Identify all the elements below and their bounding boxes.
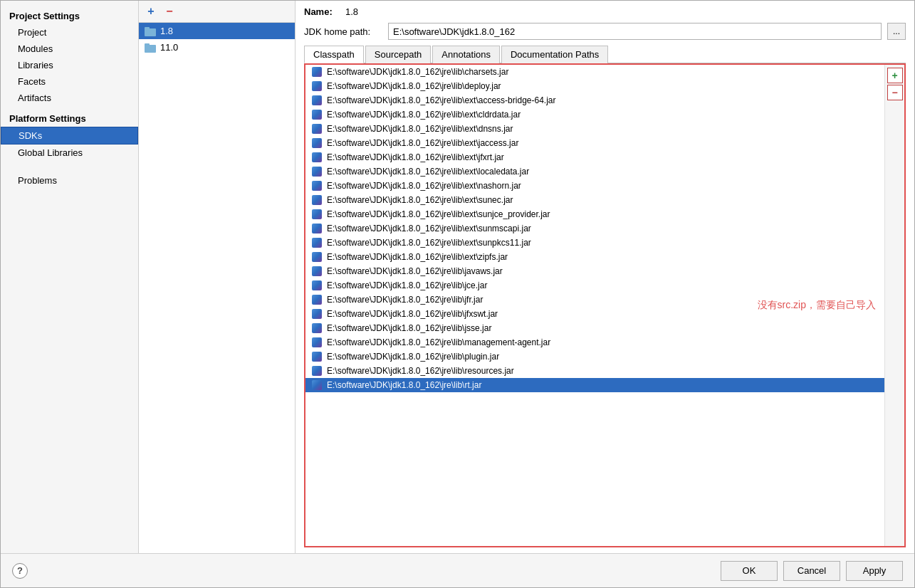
jar-icon	[311, 123, 323, 135]
sidebar-item-artifacts[interactable]: Artifacts	[1, 90, 138, 106]
sidebar: Project Settings Project Modules Librari…	[1, 1, 139, 553]
classpath-item-text: E:\software\JDK\jdk1.8.0_162\jre\lib\plu…	[327, 352, 499, 362]
project-settings-section-title: Project Settings	[1, 6, 138, 24]
jdk-path-row: JDK home path: ...	[304, 23, 906, 40]
sdk-panel: + − 1.8	[139, 1, 914, 553]
classpath-item-text: E:\software\JDK\jdk1.8.0_162\jre\lib\man…	[327, 337, 550, 347]
classpath-item-text: E:\software\JDK\jdk1.8.0_162\jre\lib\ext…	[327, 167, 529, 177]
classpath-item-text: E:\software\JDK\jdk1.8.0_162\jre\lib\ext…	[327, 252, 508, 262]
classpath-item[interactable]: E:\software\JDK\jdk1.8.0_162\jre\lib\res…	[305, 364, 884, 378]
add-classpath-button[interactable]: +	[887, 68, 903, 83]
sidebar-item-sdks[interactable]: SDKs	[1, 127, 138, 145]
classpath-item[interactable]: E:\software\JDK\jdk1.8.0_162\jre\lib\dep…	[305, 79, 884, 93]
name-row: Name: 1.8	[304, 6, 906, 17]
classpath-item-text: E:\software\JDK\jdk1.8.0_162\jre\lib\res…	[327, 366, 514, 376]
sdk-list-toolbar: + −	[139, 1, 295, 23]
sdk-list-container: + − 1.8	[139, 1, 296, 553]
classpath-item-text: E:\software\JDK\jdk1.8.0_162\jre\lib\cha…	[327, 67, 508, 77]
jar-icon	[311, 80, 323, 92]
cancel-button[interactable]: Cancel	[783, 561, 840, 581]
bottom-bar: ? OK Cancel Apply	[1, 553, 914, 587]
sidebar-item-facets[interactable]: Facets	[1, 73, 138, 90]
classpath-item[interactable]: E:\software\JDK\jdk1.8.0_162\jre\lib\ext…	[305, 164, 884, 179]
classpath-item-text: E:\software\JDK\jdk1.8.0_162\jre\lib\jav…	[327, 266, 503, 276]
jar-icon	[311, 237, 323, 248]
classpath-item-text: E:\software\JDK\jdk1.8.0_162\jre\lib\jfx…	[327, 309, 498, 319]
classpath-item[interactable]: E:\software\JDK\jdk1.8.0_162\jre\lib\ext…	[305, 93, 884, 107]
jar-icon	[311, 251, 323, 263]
sdk-list: 1.8 11.0	[139, 23, 295, 553]
classpath-item[interactable]: E:\software\JDK\jdk1.8.0_162\jre\lib\ext…	[305, 136, 884, 150]
classpath-item-text: E:\software\JDK\jdk1.8.0_162\jre\lib\jss…	[327, 323, 491, 333]
remove-classpath-button[interactable]: −	[887, 85, 903, 100]
classpath-side-toolbar: + −	[884, 65, 904, 546]
jar-icon	[311, 379, 323, 391]
sdk-label-1-8: 1.8	[160, 26, 173, 36]
jar-icon	[311, 337, 323, 348]
classpath-item[interactable]: E:\software\JDK\jdk1.8.0_162\jre\lib\ext…	[305, 250, 884, 264]
classpath-item[interactable]: E:\software\JDK\jdk1.8.0_162\jre\lib\jav…	[305, 264, 884, 278]
apply-button[interactable]: Apply	[846, 561, 903, 581]
classpath-item[interactable]: E:\software\JDK\jdk1.8.0_162\jre\lib\ext…	[305, 122, 884, 136]
classpath-item[interactable]: E:\software\JDK\jdk1.8.0_162\jre\lib\ext…	[305, 107, 884, 122]
name-value: 1.8	[345, 6, 358, 17]
classpath-item[interactable]: E:\software\JDK\jdk1.8.0_162\jre\lib\jce…	[305, 278, 884, 293]
tab-sourcepath[interactable]: Sourcepath	[365, 46, 432, 63]
ok-button[interactable]: OK	[721, 561, 778, 581]
help-button[interactable]: ?	[12, 563, 28, 579]
classpath-item[interactable]: E:\software\JDK\jdk1.8.0_162\jre\lib\jfr…	[305, 293, 884, 307]
classpath-item[interactable]: E:\software\JDK\jdk1.8.0_162\jre\lib\ext…	[305, 207, 884, 221]
sdk-list-item-11-0[interactable]: 11.0	[139, 39, 295, 56]
jar-icon	[311, 137, 323, 149]
classpath-item[interactable]: E:\software\JDK\jdk1.8.0_162\jre\lib\ext…	[305, 221, 884, 236]
sidebar-item-global-libraries[interactable]: Global Libraries	[1, 145, 138, 161]
jar-icon	[311, 351, 323, 362]
sidebar-item-problems[interactable]: Problems	[1, 172, 138, 189]
jar-icon	[311, 308, 323, 320]
sdk-detail: Name: 1.8 JDK home path: ... Classpath S…	[296, 1, 914, 553]
sidebar-item-project[interactable]: Project	[1, 24, 138, 41]
bottom-right: OK Cancel Apply	[721, 561, 903, 581]
jar-icon	[311, 152, 323, 163]
classpath-item[interactable]: E:\software\JDK\jdk1.8.0_162\jre\lib\ext…	[305, 236, 884, 250]
classpath-item[interactable]: E:\software\JDK\jdk1.8.0_162\jre\lib\ext…	[305, 150, 884, 164]
main-area: + − 1.8	[139, 1, 914, 553]
jar-icon	[311, 180, 323, 191]
classpath-item-text: E:\software\JDK\jdk1.8.0_162\jre\lib\dep…	[327, 81, 501, 91]
remove-sdk-button[interactable]: −	[162, 4, 177, 19]
jar-icon	[311, 223, 323, 234]
classpath-item[interactable]: E:\software\JDK\jdk1.8.0_162\jre\lib\man…	[305, 335, 884, 350]
classpath-item[interactable]: E:\software\JDK\jdk1.8.0_162\jre\lib\jfx…	[305, 307, 884, 321]
tab-classpath[interactable]: Classpath	[304, 46, 364, 63]
jar-icon	[311, 294, 323, 305]
folder-icon	[145, 26, 156, 36]
classpath-item[interactable]: E:\software\JDK\jdk1.8.0_162\jre\lib\plu…	[305, 350, 884, 364]
jar-icon	[311, 365, 323, 377]
tab-annotations[interactable]: Annotations	[432, 46, 500, 63]
jar-icon	[311, 322, 323, 334]
browse-button[interactable]: ...	[887, 23, 906, 40]
classpath-item[interactable]: E:\software\JDK\jdk1.8.0_162\jre\lib\rt.…	[305, 378, 884, 392]
name-label: Name:	[304, 6, 340, 17]
classpath-item[interactable]: E:\software\JDK\jdk1.8.0_162\jre\lib\ext…	[305, 179, 884, 193]
classpath-item[interactable]: E:\software\JDK\jdk1.8.0_162\jre\lib\jss…	[305, 321, 884, 335]
sdk-list-item-1-8[interactable]: 1.8	[139, 23, 295, 39]
tab-documentation-paths[interactable]: Documentation Paths	[501, 46, 608, 63]
bottom-left: ?	[12, 563, 28, 579]
platform-settings-section-title: Platform Settings	[1, 106, 138, 127]
tabs-row: Classpath Sourcepath Annotations Documen…	[304, 46, 906, 63]
classpath-item-text: E:\software\JDK\jdk1.8.0_162\jre\lib\ext…	[327, 110, 521, 120]
classpath-item-text: E:\software\JDK\jdk1.8.0_162\jre\lib\jfr…	[327, 295, 483, 305]
jar-icon	[311, 266, 323, 277]
jar-icon	[311, 109, 323, 120]
jar-icon	[311, 194, 323, 206]
add-sdk-button[interactable]: +	[143, 4, 159, 19]
classpath-item[interactable]: E:\software\JDK\jdk1.8.0_162\jre\lib\cha…	[305, 65, 884, 79]
jdk-path-input[interactable]	[388, 23, 882, 40]
classpath-list[interactable]: E:\software\JDK\jdk1.8.0_162\jre\lib\cha…	[305, 65, 884, 546]
sidebar-item-libraries[interactable]: Libraries	[1, 57, 138, 73]
sidebar-item-modules[interactable]: Modules	[1, 41, 138, 57]
svg-rect-3	[145, 43, 150, 46]
classpath-item[interactable]: E:\software\JDK\jdk1.8.0_162\jre\lib\ext…	[305, 193, 884, 207]
jar-icon	[311, 66, 323, 78]
